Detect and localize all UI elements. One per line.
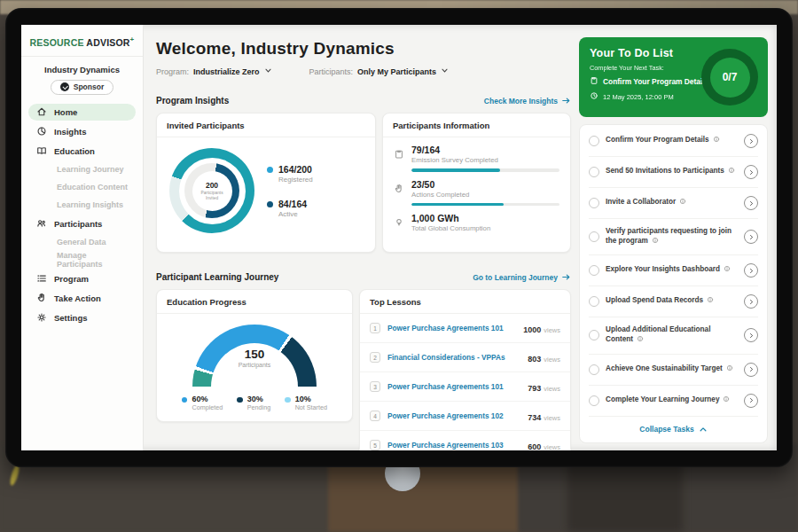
monitor-bezel: RESOURCE ADVISOR+ Industry Dynamics Spon… (5, 8, 793, 467)
lesson-link[interactable]: Power Purchase Agreements 101 (387, 382, 520, 391)
clipboard-icon (590, 76, 598, 87)
info-icon (707, 296, 714, 307)
lesson-link[interactable]: Power Purchase Agreements 101 (387, 324, 516, 332)
legend-dot-pending (237, 397, 243, 403)
sidebar-item-insights[interactable]: Insights (28, 123, 136, 140)
todo-checkbox[interactable] (589, 395, 599, 406)
participants-dropdown[interactable]: Participants: Only My Participants (309, 66, 450, 76)
lesson-row[interactable]: 3 Power Purchase Agreements 101 793views (360, 372, 570, 402)
chevron-right-button[interactable] (744, 328, 758, 342)
chevron-right-button[interactable] (744, 394, 758, 408)
sidebar-item-manage-participants[interactable]: Manage Participants (28, 253, 136, 268)
todo-item-label: Invite a Collaborator (606, 198, 676, 206)
todo-checkbox[interactable] (589, 364, 599, 375)
sidebar-item-program[interactable]: Program (28, 270, 136, 287)
todo-checkbox[interactable] (589, 265, 599, 276)
go-to-learning-journey-link[interactable]: Go to Learning Journey (473, 273, 571, 282)
sidebar-item-label: Participants (54, 219, 102, 229)
todo-item[interactable]: Confirm Your Program Details (589, 126, 758, 157)
todo-item[interactable]: Upload Additional Educational Content (589, 317, 758, 354)
section-title: Participant Learning Journey (156, 272, 278, 282)
sidebar-item-general-data[interactable]: General Data (28, 235, 136, 250)
lesson-link[interactable]: Power Purchase Agreements 102 (387, 411, 520, 420)
todo-checkbox[interactable] (589, 198, 599, 208)
collapse-tasks-link[interactable]: Collapse Tasks (589, 417, 758, 441)
sidebar-item-education-content[interactable]: Education Content (28, 180, 136, 195)
chevron-right-button[interactable] (744, 134, 758, 148)
lesson-row[interactable]: 5 Power Purchase Agreements 103 600views (360, 431, 570, 450)
sidebar-item-education[interactable]: Education (28, 143, 136, 160)
sidebar-item-participants[interactable]: Participants (28, 215, 136, 232)
sidebar-item-take-action[interactable]: Take Action (28, 290, 136, 307)
stat-emission-survey: 79/164 Emission Survey Completed (383, 137, 570, 172)
lesson-link[interactable]: Financial Considerations - VPPAs (387, 353, 520, 362)
education-gauge: 150 Participants (192, 325, 317, 387)
chevron-right-button[interactable] (744, 294, 758, 309)
stat-value: 79/164 (411, 145, 559, 155)
todo-checkbox[interactable] (589, 136, 599, 146)
todo-checkbox[interactable] (589, 231, 599, 242)
sidebar-item-learning-journey[interactable]: Learning Journey (28, 162, 136, 177)
chevron-up-icon (699, 426, 708, 433)
lesson-views: 793 (528, 384, 541, 393)
program-insights-header: Program Insights Check More Insights (156, 96, 571, 106)
todo-item-label: Verify participants requesting to join t… (606, 227, 732, 245)
sidebar-item-label: General Data (57, 238, 106, 246)
todo-item[interactable]: Achieve One Sustainability Target (589, 355, 758, 386)
chevron-right-button[interactable] (744, 263, 758, 278)
info-icon (728, 167, 735, 177)
info-icon (713, 136, 720, 146)
lesson-row[interactable]: 1 Power Purchase Agreements 101 1000view… (360, 314, 570, 343)
page-title: Welcome, Industry Dynamics (156, 39, 571, 59)
sidebar-item-home[interactable]: Home (28, 104, 136, 121)
card-title: Participants Information (383, 113, 570, 137)
todo-item[interactable]: Upload Spend Data Records (589, 286, 758, 317)
todo-item[interactable]: Send 50 Invitations to Participants (589, 157, 758, 188)
todo-item-label: Achieve One Sustainability Target (606, 364, 723, 372)
sidebar-item-settings[interactable]: Settings (28, 309, 136, 326)
todo-item[interactable]: Explore Your Insights Dashboard (589, 255, 758, 286)
insights-cards-row: Invited Participants 200 Participants In… (156, 113, 571, 253)
lesson-link[interactable]: Power Purchase Agreements 103 (387, 441, 520, 450)
stat-label: Total Global Consumption (411, 224, 559, 232)
arrow-right-icon (561, 273, 571, 281)
todo-checkbox[interactable] (589, 330, 599, 340)
sidebar: RESOURCE ADVISOR+ Industry Dynamics Spon… (21, 25, 144, 450)
stat-label: Actions Completed (411, 191, 559, 199)
collapse-label: Collapse Tasks (639, 425, 693, 434)
program-dropdown[interactable]: Program: Industrialize Zero (156, 66, 272, 76)
check-more-insights-link[interactable]: Check More Insights (484, 97, 571, 106)
sponsor-badge[interactable]: Sponsor (51, 80, 113, 95)
chevron-right-button[interactable] (744, 363, 758, 377)
top-lessons-card: Top Lessons 1 Power Purchase Agreements … (359, 289, 571, 450)
invited-legend: 164/200 Registered 84/164 Active (267, 164, 313, 218)
chevron-right-button[interactable] (744, 165, 758, 179)
todo-item[interactable]: Verify participants requesting to join t… (589, 219, 758, 255)
brand-logo: RESOURCE ADVISOR+ (21, 33, 143, 57)
book-icon (36, 145, 47, 156)
sidebar-item-label: Take Action (54, 293, 101, 303)
todo-item[interactable]: Invite a Collaborator (589, 188, 758, 219)
clock-icon (590, 91, 598, 102)
todo-checkbox[interactable] (589, 296, 599, 307)
todo-item-label: Upload Additional Educational Content (606, 325, 710, 343)
legend-label: Active (278, 210, 307, 218)
brand-primary: RESOURCE (30, 37, 84, 48)
todo-progress-value: 0/7 (723, 71, 738, 83)
chevron-right-button[interactable] (744, 230, 758, 244)
legend-value: 30% (247, 395, 270, 403)
chevron-right-button[interactable] (744, 196, 758, 210)
todo-checkbox[interactable] (589, 167, 599, 177)
todo-item-label: Complete Your Learning Journey (606, 395, 719, 403)
todo-item[interactable]: Complete Your Learning Journey (589, 386, 758, 417)
lesson-row[interactable]: 2 Financial Considerations - VPPAs 803vi… (360, 343, 570, 372)
sidebar-item-learning-insights[interactable]: Learning Insights (28, 198, 136, 213)
info-icon (652, 237, 659, 247)
info-icon (679, 198, 686, 208)
center-column: Welcome, Industry Dynamics Program: Indu… (156, 25, 571, 450)
lesson-row[interactable]: 4 Power Purchase Agreements 102 734views (360, 402, 570, 431)
home-icon (36, 106, 47, 117)
clipboard-icon (394, 147, 404, 158)
active-donut-ring: 200 Participants Invited (184, 163, 239, 218)
invited-participants-card: Invited Participants 200 Participants In… (156, 113, 376, 253)
